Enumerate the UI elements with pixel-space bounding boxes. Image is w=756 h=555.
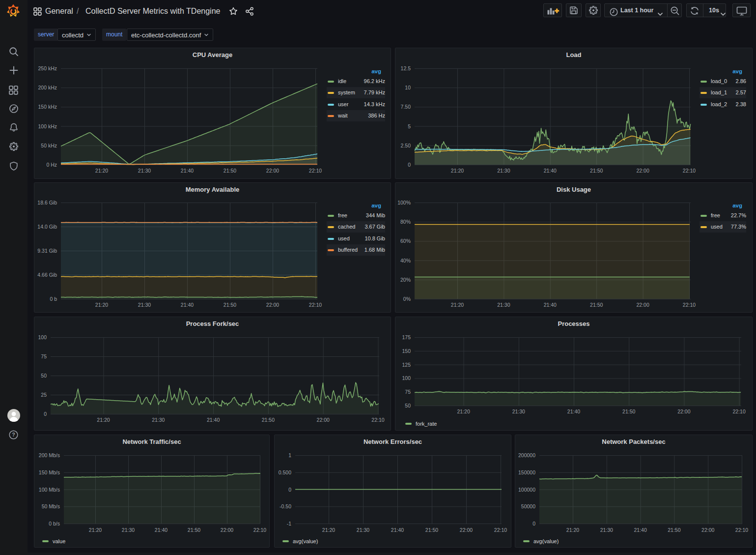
svg-text:?: ? [12, 432, 15, 438]
